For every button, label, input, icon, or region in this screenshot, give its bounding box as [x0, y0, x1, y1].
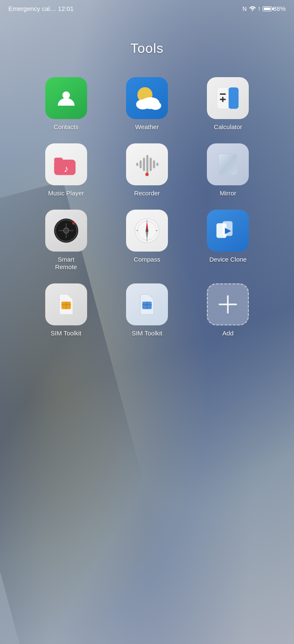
svg-rect-11 — [54, 158, 63, 162]
wifi-icon — [249, 5, 256, 12]
compass-label: Compass — [134, 256, 160, 263]
app-item-device-clone[interactable]: ▶ Device Clone — [192, 210, 264, 271]
svg-rect-13 — [136, 163, 138, 166]
mirror-label: Mirror — [220, 190, 236, 197]
svg-rect-18 — [153, 160, 155, 168]
svg-rect-21 — [219, 153, 237, 175]
app-item-weather[interactable]: Weather — [111, 77, 183, 131]
app-item-music-player[interactable]: ♪ Music Player — [30, 143, 102, 197]
svg-point-4 — [150, 101, 161, 110]
app-item-add[interactable]: Add — [192, 283, 264, 337]
svg-rect-17 — [150, 158, 152, 171]
app-item-smart-remote[interactable]: SmartRemote — [30, 210, 102, 271]
music-player-label: Music Player — [48, 190, 84, 197]
weather-icon — [126, 77, 168, 119]
svg-rect-15 — [143, 158, 145, 171]
smart-remote-label: SmartRemote — [55, 256, 77, 271]
app-item-compass[interactable]: Compass — [111, 210, 183, 271]
battery-text: 88% — [273, 5, 286, 12]
recorder-icon — [126, 143, 168, 185]
svg-rect-9 — [222, 97, 224, 102]
sim1-icon — [45, 283, 87, 325]
svg-point-0 — [62, 91, 70, 99]
svg-text:▶: ▶ — [225, 226, 231, 235]
status-left: Emergency cal… 12:01 — [8, 5, 74, 12]
svg-point-26 — [63, 228, 69, 234]
weather-label: Weather — [135, 123, 159, 131]
emergency-call-text: Emergency cal… 12:01 — [8, 5, 74, 12]
svg-point-3 — [136, 99, 150, 109]
svg-rect-19 — [156, 163, 158, 166]
svg-rect-16 — [146, 155, 148, 174]
device-clone-label: Device Clone — [209, 256, 247, 263]
contacts-label: Contacts — [54, 123, 78, 131]
svg-text:♪: ♪ — [64, 164, 68, 174]
nfc-icon: N — [242, 5, 247, 12]
compass-icon — [126, 210, 168, 252]
add-label: Add — [222, 330, 234, 337]
music-player-icon: ♪ — [45, 143, 87, 185]
folder-title: Tools — [130, 41, 164, 56]
battery-indicator: 88% — [263, 5, 286, 12]
app-item-mirror[interactable]: Mirror — [192, 143, 264, 197]
app-item-sim2[interactable]: SIM Toolkit — [111, 283, 183, 337]
contacts-icon — [45, 77, 87, 119]
app-item-recorder[interactable]: Recorder — [111, 143, 183, 197]
folder-content: Tools Contacts — [0, 16, 294, 337]
sim2-label: SIM Toolkit — [132, 330, 162, 337]
calculator-label: Calculator — [214, 123, 242, 131]
svg-point-20 — [145, 173, 149, 176]
smart-remote-icon — [45, 210, 87, 252]
svg-rect-5 — [229, 87, 239, 109]
status-right: N ! 88% — [242, 5, 286, 12]
sim1-label: SIM Toolkit — [51, 330, 81, 337]
calculator-icon — [207, 77, 249, 119]
sim2-icon — [126, 283, 168, 325]
svg-point-27 — [72, 222, 75, 224]
mirror-icon — [207, 143, 249, 185]
add-icon — [207, 283, 249, 325]
svg-rect-14 — [139, 160, 142, 168]
apps-grid: Contacts Weather — [30, 77, 264, 337]
app-item-calculator[interactable]: Calculator — [192, 77, 264, 131]
svg-point-36 — [146, 229, 148, 232]
app-item-contacts[interactable]: Contacts — [30, 77, 102, 131]
svg-rect-7 — [220, 93, 226, 95]
alert-icon: ! — [258, 5, 260, 12]
recorder-label: Recorder — [134, 190, 160, 197]
device-clone-icon: ▶ — [207, 210, 249, 252]
app-item-sim1[interactable]: SIM Toolkit — [30, 283, 102, 337]
status-bar: Emergency cal… 12:01 N ! 88% — [0, 0, 294, 16]
battery-icon — [263, 6, 272, 11]
